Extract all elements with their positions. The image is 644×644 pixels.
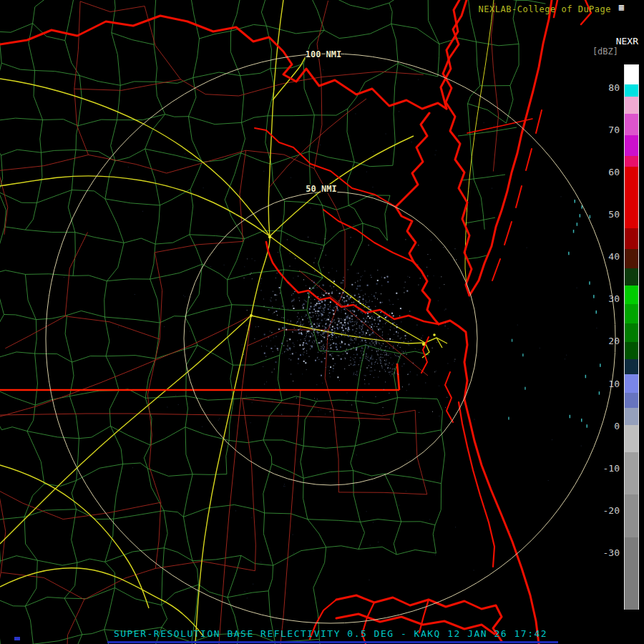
colorbar-segment — [625, 537, 638, 610]
colorbar-segment — [625, 408, 638, 425]
colorbar-segment — [625, 452, 638, 495]
colorbar-segment — [625, 97, 638, 114]
cod-logo-icon: ▦ — [619, 2, 624, 12]
interstate-roads — [0, 0, 494, 644]
colorbar-tick-label: 70 — [587, 125, 620, 135]
colorbar-tick-label: -20 — [587, 505, 620, 516]
colorbar-tick-label: 60 — [587, 167, 620, 177]
range-ring-100nmi-label: 100 NMI — [306, 49, 342, 59]
colorbar-segment — [625, 114, 638, 135]
colorbar-segment — [625, 268, 638, 286]
colorbar-tick-label: 0 — [587, 421, 620, 431]
radar-echoes — [64, 69, 597, 598]
colorbar-segment — [625, 425, 638, 453]
colorbar-segment — [625, 156, 638, 167]
colorbar — [624, 64, 639, 610]
footer-underline — [107, 641, 558, 643]
colorbar-tick-label: 40 — [587, 251, 620, 262]
colorbar-tick-label: 50 — [587, 209, 620, 220]
colorbar-segment — [625, 323, 638, 343]
state-border — [0, 364, 399, 390]
radar-map: 100 NMI 50 NMI — [0, 0, 644, 644]
colorbar-segment — [625, 359, 638, 374]
attribution-text: NEXLAB-College of DuPage — [479, 4, 611, 14]
colorbar-segment — [625, 374, 638, 394]
delmarva-county-lines — [458, 127, 517, 259]
product-caption: SUPER-RESOLUTION BASE REFLECTIVITY 0.5 D… — [9, 628, 644, 639]
colorbar-segment — [625, 228, 638, 250]
colorbar-segment — [625, 286, 638, 305]
colorbar-segment — [625, 65, 638, 84]
colorbar-segment — [625, 342, 638, 359]
radar-display: 100 NMI 50 NMI NEXLAB-College of DuPage … — [0, 0, 644, 644]
colorbar-tick-label: 10 — [587, 379, 620, 389]
colorbar-segment — [625, 304, 638, 323]
colorbar-segment — [625, 135, 638, 157]
colorbar-segment — [625, 249, 638, 268]
colorbar-segment — [625, 393, 638, 408]
scale-units-label: [dBZ] — [592, 47, 618, 57]
colorbar-tick-label: 80 — [587, 82, 620, 93]
colorbar-tick-label: -10 — [587, 463, 620, 474]
colorbar-segment — [625, 167, 638, 228]
ocean-clutter-specks — [508, 200, 600, 428]
us-highways — [0, 99, 428, 644]
colorbar-segment — [625, 84, 638, 97]
corner-marker — [14, 637, 20, 640]
county-boundaries — [0, 0, 545, 644]
colorbar-tick-label: 30 — [587, 293, 620, 304]
colorbar-tick-label: -30 — [587, 547, 620, 558]
range-ring-50nmi-label: 50 NMI — [306, 184, 336, 194]
range-ring-100nmi — [46, 54, 615, 623]
scale-name-label: NEXR — [616, 36, 638, 47]
colorbar-segment — [625, 494, 638, 537]
range-rings — [46, 54, 615, 623]
colorbar-tick-label: 20 — [587, 336, 620, 346]
secondary-boundaries — [0, 1, 499, 644]
coastline — [0, 0, 591, 644]
